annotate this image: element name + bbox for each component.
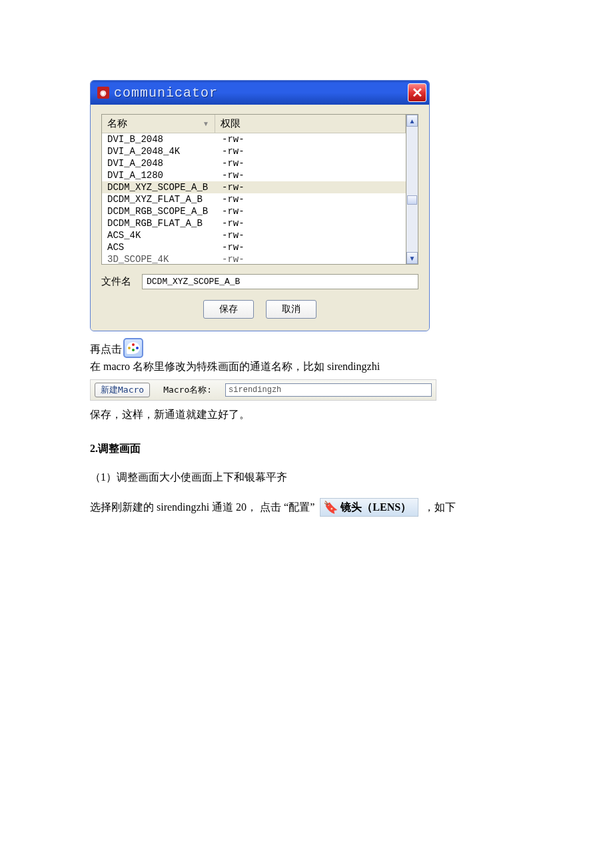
filename-row: 文件名 bbox=[101, 274, 418, 289]
step-1-text: （1）调整画面大小使画面上下和银幕平齐 bbox=[90, 471, 520, 485]
col-perm[interactable]: 权限 bbox=[215, 115, 406, 133]
lens-icon: 🔖 bbox=[323, 500, 338, 515]
table-row[interactable]: DVI_A_2048_4K-rw- bbox=[102, 145, 406, 157]
row-perm: -rw- bbox=[222, 229, 400, 241]
table-row[interactable]: DVI_A_2048-rw- bbox=[102, 157, 406, 169]
cancel-button[interactable]: 取消 bbox=[266, 300, 316, 319]
table-row[interactable]: DVI_B_2048-rw- bbox=[102, 133, 406, 145]
window-title: communicator bbox=[114, 85, 218, 101]
row-perm: -rw- bbox=[222, 253, 400, 264]
col-perm-label: 权限 bbox=[221, 117, 241, 129]
row-perm: -rw- bbox=[222, 133, 400, 145]
list-header: 名称 ▼ 权限 bbox=[102, 115, 406, 133]
col-name-label: 名称 bbox=[107, 117, 127, 130]
save-dialog: ◉ communicator ✕ 名称 ▼ 权限 DVI_ bbox=[90, 80, 430, 331]
row-name: DVI_B_2048 bbox=[107, 133, 222, 145]
table-row[interactable]: DVI_A_1280-rw- bbox=[102, 169, 406, 181]
row-perm: -rw- bbox=[222, 181, 400, 193]
filename-input[interactable] bbox=[142, 274, 418, 289]
scroll-track[interactable] bbox=[406, 127, 418, 252]
new-macro-button[interactable]: 新建Macro bbox=[95, 383, 150, 397]
table-row[interactable]: DCDM_XYZ_SCOPE_A_B-rw- bbox=[102, 181, 406, 193]
macro-name-label: Macro名称: bbox=[163, 384, 212, 396]
row-name: DVI_A_2048_4K bbox=[107, 145, 222, 157]
table-row[interactable]: ACS_4K-rw- bbox=[102, 229, 406, 241]
config-pre-text: 选择刚新建的 sirendingzhi 通道 20， 点击 “配置” bbox=[90, 501, 314, 515]
scroll-thumb[interactable] bbox=[407, 195, 417, 205]
row-name: ACS_4K bbox=[107, 229, 222, 241]
file-list[interactable]: 名称 ▼ 权限 DVI_B_2048-rw-DVI_A_2048_4K-rw-D… bbox=[101, 114, 406, 265]
close-icon[interactable]: ✕ bbox=[408, 83, 426, 102]
table-row[interactable]: DCDM_RGB_SCOPE_A_B-rw- bbox=[102, 205, 406, 217]
lens-label: 镜头（LENS） bbox=[340, 501, 411, 515]
scrollbar[interactable]: ▲ ▼ bbox=[406, 114, 418, 265]
text-again-click: 再点击 bbox=[90, 341, 122, 358]
row-name: DCDM_XYZ_FLAT_A_B bbox=[107, 193, 222, 205]
scroll-down-icon[interactable]: ▼ bbox=[406, 252, 418, 264]
filename-label: 文件名 bbox=[101, 275, 131, 288]
row-perm: -rw- bbox=[222, 157, 400, 169]
row-perm: -rw- bbox=[222, 241, 400, 253]
row-perm: -rw- bbox=[222, 193, 400, 205]
section-2-title: 2.调整画面 bbox=[90, 442, 520, 456]
row-name: ACS bbox=[107, 241, 222, 253]
row-name: DCDM_RGB_FLAT_A_B bbox=[107, 217, 222, 229]
chevron-down-icon: ▼ bbox=[203, 120, 209, 127]
table-row[interactable]: ACS-rw- bbox=[102, 241, 406, 253]
config-post-text: ，如下 bbox=[424, 501, 456, 515]
row-name: 3D_SCOPE_4K bbox=[107, 253, 222, 264]
row-name: DCDM_RGB_SCOPE_A_B bbox=[107, 205, 222, 217]
app-icon: ◉ bbox=[97, 87, 109, 99]
table-row[interactable]: DCDM_XYZ_FLAT_A_B-rw- bbox=[102, 193, 406, 205]
button-row: 保存 取消 bbox=[101, 300, 418, 319]
table-row[interactable]: 3D_SCOPE_4K-rw- bbox=[102, 253, 406, 264]
row-perm: -rw- bbox=[222, 145, 400, 157]
row-perm: -rw- bbox=[222, 217, 400, 229]
row-perm: -rw- bbox=[222, 169, 400, 181]
lens-button[interactable]: 🔖 镜头（LENS） bbox=[320, 498, 418, 517]
text-macro-instruction: 在 macro 名称里修改为特殊画面的通道名称，比如 sirendingzhi bbox=[90, 358, 520, 375]
palette-icon[interactable] bbox=[123, 338, 143, 358]
titlebar: ◉ communicator ✕ bbox=[91, 81, 429, 105]
col-name[interactable]: 名称 ▼ bbox=[102, 115, 215, 133]
config-line: 选择刚新建的 sirendingzhi 通道 20， 点击 “配置” 🔖 镜头（… bbox=[90, 498, 520, 517]
row-name: DVI_A_2048 bbox=[107, 157, 222, 169]
dialog-body: 名称 ▼ 权限 DVI_B_2048-rw-DVI_A_2048_4K-rw-D… bbox=[91, 105, 429, 331]
row-name: DVI_A_1280 bbox=[107, 169, 222, 181]
scroll-up-icon[interactable]: ▲ bbox=[406, 115, 418, 127]
table-row[interactable]: DCDM_RGB_FLAT_A_B-rw- bbox=[102, 217, 406, 229]
text-save-done: 保存，这样，新通道就建立好了。 bbox=[90, 406, 520, 423]
row-name: DCDM_XYZ_SCOPE_A_B bbox=[107, 181, 222, 193]
row-perm: -rw- bbox=[222, 205, 400, 217]
save-button[interactable]: 保存 bbox=[203, 300, 254, 319]
macro-name-input[interactable] bbox=[225, 383, 432, 397]
macro-toolbar: 新建Macro Macro名称: bbox=[90, 379, 436, 401]
list-rows: DVI_B_2048-rw-DVI_A_2048_4K-rw-DVI_A_204… bbox=[102, 133, 406, 264]
